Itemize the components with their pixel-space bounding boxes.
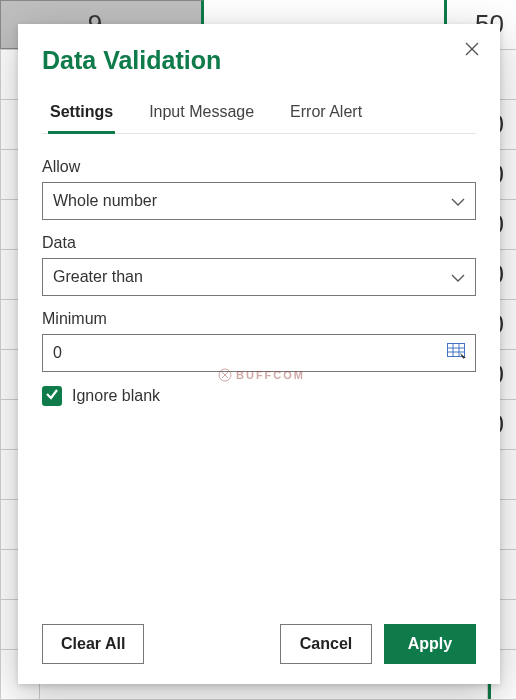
range-picker-button[interactable] (445, 343, 469, 363)
chevron-down-icon (451, 192, 465, 210)
minimum-label: Minimum (42, 310, 476, 328)
close-icon (465, 40, 479, 61)
data-validation-dialog: Data Validation Settings Input Message E… (18, 24, 500, 684)
allow-label: Allow (42, 158, 476, 176)
data-label: Data (42, 234, 476, 252)
tabs: Settings Input Message Error Alert (42, 75, 476, 134)
clear-all-button[interactable]: Clear All (42, 624, 144, 664)
minimum-input[interactable]: 0 (42, 334, 476, 372)
range-picker-icon (447, 343, 467, 363)
ignore-blank-checkbox[interactable] (42, 386, 62, 406)
check-icon (45, 387, 59, 405)
tab-error-alert[interactable]: Error Alert (288, 103, 364, 134)
data-value: Greater than (53, 268, 143, 286)
form-body: Allow Whole number Data Greater than Min… (18, 134, 500, 610)
allow-value: Whole number (53, 192, 157, 210)
dialog-title: Data Validation (18, 24, 500, 75)
data-select[interactable]: Greater than (42, 258, 476, 296)
cancel-button[interactable]: Cancel (280, 624, 372, 664)
chevron-down-icon (451, 268, 465, 286)
apply-button[interactable]: Apply (384, 624, 476, 664)
close-button[interactable] (458, 36, 486, 64)
dialog-footer: Clear All Cancel Apply (18, 610, 500, 684)
tab-settings[interactable]: Settings (48, 103, 115, 134)
svg-rect-0 (448, 344, 465, 357)
tab-input-message[interactable]: Input Message (147, 103, 256, 134)
ignore-blank-row: Ignore blank (42, 386, 476, 406)
minimum-value: 0 (53, 344, 62, 362)
ignore-blank-label: Ignore blank (72, 387, 160, 405)
allow-select[interactable]: Whole number (42, 182, 476, 220)
